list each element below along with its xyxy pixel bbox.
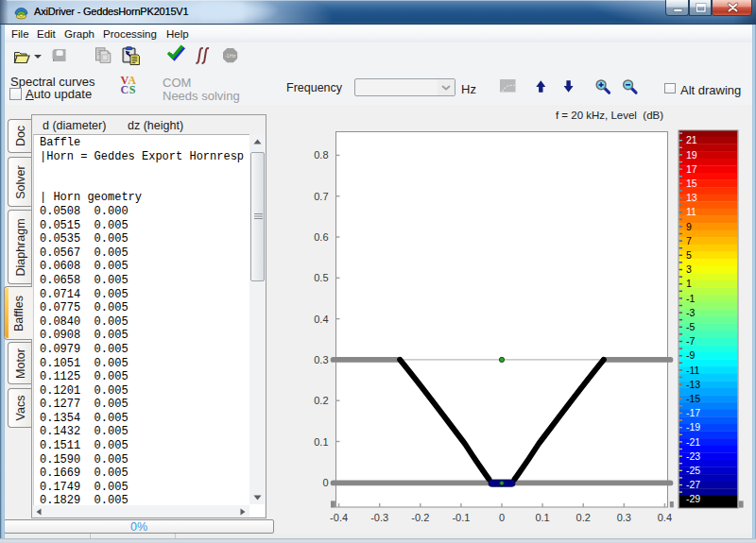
svg-text:0.3: 0.3 <box>617 512 631 523</box>
svg-text:7: 7 <box>686 235 692 246</box>
svg-text:-29: -29 <box>686 493 700 504</box>
svg-text:0.3: 0.3 <box>314 354 328 365</box>
svg-text:0.8: 0.8 <box>314 149 328 161</box>
svg-text:0.1: 0.1 <box>535 512 549 523</box>
svg-text:15: 15 <box>686 178 697 189</box>
svg-text:11: 11 <box>686 206 696 217</box>
svg-text:3: 3 <box>686 263 692 275</box>
svg-text:-15: -15 <box>686 393 700 404</box>
svg-text:-23: -23 <box>686 450 700 462</box>
svg-text:0.7: 0.7 <box>314 191 328 202</box>
svg-text:21: 21 <box>686 134 697 145</box>
svg-text:-9: -9 <box>686 349 695 361</box>
svg-text:1: 1 <box>686 278 692 289</box>
svg-text:-3: -3 <box>686 307 695 318</box>
svg-text:0.6: 0.6 <box>314 231 328 243</box>
svg-text:0.4: 0.4 <box>658 512 672 523</box>
svg-text:f = 20 kHz, Level (dB): f = 20 kHz, Level (dB) <box>556 110 663 121</box>
svg-text:0.4: 0.4 <box>314 314 328 325</box>
svg-text:0: 0 <box>322 477 328 488</box>
svg-text:-13: -13 <box>686 379 700 390</box>
svg-text:-11: -11 <box>686 365 700 376</box>
svg-text:-19: -19 <box>686 421 700 433</box>
svg-text:0.5: 0.5 <box>314 272 328 283</box>
svg-text:5: 5 <box>686 249 692 261</box>
svg-text:0.2: 0.2 <box>576 512 591 523</box>
svg-text:-0.3: -0.3 <box>370 512 388 523</box>
svg-text:0: 0 <box>499 512 505 523</box>
svg-text:19: 19 <box>686 149 697 161</box>
svg-text:-1: -1 <box>686 293 695 304</box>
svg-text:-0.4: -0.4 <box>330 512 348 523</box>
svg-text:0.1: 0.1 <box>314 436 328 448</box>
svg-text:17: 17 <box>686 163 697 175</box>
svg-text:-7: -7 <box>686 335 695 347</box>
svg-text:0.2: 0.2 <box>314 395 328 406</box>
svg-text:-25: -25 <box>686 465 700 476</box>
svg-text:13: 13 <box>686 192 697 203</box>
svg-text:-17: -17 <box>686 407 700 418</box>
svg-text:-0.2: -0.2 <box>411 512 429 523</box>
svg-text:9: 9 <box>686 221 692 232</box>
svg-text:-5: -5 <box>686 321 695 332</box>
svg-text:-21: -21 <box>686 436 700 448</box>
svg-text:-0.1: -0.1 <box>452 512 470 523</box>
svg-text:-27: -27 <box>686 479 700 490</box>
